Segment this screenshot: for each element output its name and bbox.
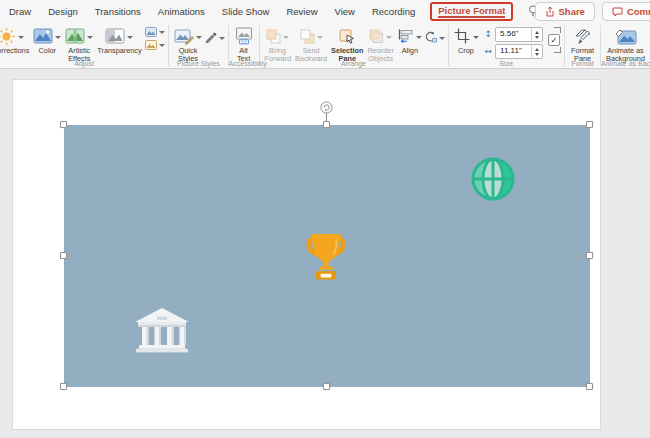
picture-border-button[interactable]: [204, 31, 225, 43]
group-accessibility: Alt Text Accessibility: [229, 22, 259, 68]
group-label-size: Size: [449, 60, 565, 67]
send-backward-icon: [300, 29, 315, 44]
chevron-down-icon: [473, 36, 479, 39]
align-icon: [398, 29, 414, 43]
group-label-arrange: Arrange: [259, 60, 448, 67]
height-input[interactable]: [496, 28, 534, 39]
quick-styles-button[interactable]: Quick Styles: [172, 25, 204, 64]
comments-label: Comments: [627, 6, 650, 17]
align-button[interactable]: Align: [396, 25, 424, 55]
format-pane-icon: [574, 28, 592, 45]
selection-handle-bottom-middle[interactable]: [323, 383, 330, 390]
rotate-icon: [424, 31, 437, 43]
selection-handle-bottom-left[interactable]: [60, 383, 67, 390]
width-field[interactable]: [495, 44, 543, 59]
tab-picture-format[interactable]: Picture Format: [430, 2, 513, 21]
transparency-button[interactable]: Transparency: [95, 25, 143, 55]
selection-handle-middle-right[interactable]: [586, 252, 593, 259]
lock-aspect-ratio-checkbox[interactable]: ✓: [548, 34, 560, 46]
step-down-icon: [535, 53, 539, 56]
workspace: [0, 69, 650, 438]
chevron-down-icon: [439, 37, 445, 40]
group-label-accessibility: Accessibility: [229, 60, 259, 67]
ribbon: Corrections Color Ar: [0, 22, 650, 69]
rotate-objects-button[interactable]: [424, 31, 445, 43]
animate-as-background-icon: [615, 28, 637, 45]
tab-transitions[interactable]: Transitions: [95, 6, 141, 17]
change-picture-icon: [145, 40, 157, 50]
group-picture-styles: Quick Styles Picture Styles: [169, 22, 228, 68]
tab-design[interactable]: Design: [48, 6, 78, 17]
topbar-actions: Share Comments: [535, 2, 650, 21]
alt-text-button[interactable]: Alt Text: [232, 25, 256, 64]
reorder-objects-icon: [369, 29, 384, 44]
chevron-down-icon: [55, 36, 61, 39]
transparency-label: Transparency: [97, 47, 141, 55]
chevron-down-icon: [386, 36, 392, 39]
color-label: Color: [39, 47, 56, 55]
tab-recording[interactable]: Recording: [372, 6, 415, 17]
chevron-down-icon: [416, 36, 422, 39]
tab-view[interactable]: View: [335, 6, 355, 17]
step-down-icon: [535, 36, 539, 39]
format-pane-button[interactable]: Format Pane: [568, 25, 598, 64]
corrections-icon: [0, 27, 16, 46]
send-backward-button: Send Backward: [293, 25, 329, 64]
color-button[interactable]: Color: [31, 25, 63, 55]
comments-button[interactable]: Comments: [602, 2, 650, 21]
chevron-down-icon: [219, 37, 225, 40]
group-label-animate-as-background: Animate as Background: [601, 60, 650, 67]
chevron-down-icon: [127, 36, 133, 39]
share-label: Share: [559, 6, 585, 17]
compress-pictures-button[interactable]: [145, 27, 165, 37]
selection-handle-top-middle[interactable]: [323, 121, 330, 128]
artistic-effects-button[interactable]: Artistic Effects: [63, 25, 95, 64]
group-format: Format Pane Format: [565, 22, 601, 68]
group-arrange: Bring Forward Send Backward Selection Pa…: [259, 22, 448, 68]
corrections-label: Corrections: [0, 47, 29, 55]
chevron-down-icon: [283, 36, 289, 39]
align-label: Align: [402, 47, 418, 55]
crop-button[interactable]: Crop: [452, 25, 481, 55]
group-animate-as-background: Animate as Background Animate as Backgro…: [601, 22, 650, 68]
height-stepper[interactable]: [531, 28, 542, 41]
alt-text-icon: [234, 27, 254, 45]
aspect-bracket-bottom: [554, 47, 561, 53]
share-button[interactable]: Share: [535, 2, 595, 21]
height-icon: ↕: [485, 30, 493, 39]
group-adjust: Corrections Color Ar: [0, 22, 168, 68]
selection-pane-button[interactable]: Selection Pane: [329, 25, 365, 64]
width-stepper[interactable]: [531, 45, 542, 58]
globe-icon: [470, 156, 516, 202]
transparency-icon: [105, 28, 125, 44]
pen-icon: [204, 31, 217, 43]
bring-forward-button: Bring Forward: [262, 25, 293, 64]
animate-as-background-button[interactable]: Animate as Background: [604, 25, 647, 64]
chevron-down-icon: [18, 36, 24, 39]
share-icon: [545, 6, 555, 17]
change-picture-button[interactable]: [145, 40, 165, 50]
tab-slide-show[interactable]: Slide Show: [222, 6, 270, 17]
artistic-effects-icon: [65, 28, 85, 44]
chevron-down-icon: [317, 36, 323, 39]
width-icon: ↔: [485, 47, 493, 56]
group-label-adjust: Adjust: [0, 60, 168, 67]
color-icon: [33, 28, 53, 44]
selection-handle-top-left[interactable]: [60, 121, 67, 128]
selection-handle-bottom-right[interactable]: [586, 383, 593, 390]
quick-styles-icon: [174, 28, 194, 45]
rotation-handle[interactable]: [320, 101, 333, 114]
corrections-button[interactable]: Corrections: [0, 25, 31, 55]
selection-handle-middle-left[interactable]: [60, 252, 67, 259]
bank-icon: [132, 307, 192, 353]
height-field[interactable]: [495, 27, 543, 42]
tab-animations[interactable]: Animations: [158, 6, 205, 17]
group-size: Crop ↕ ↔: [449, 22, 565, 68]
compress-pictures-icon: [145, 27, 157, 37]
selection-handle-top-right[interactable]: [586, 121, 593, 128]
tab-draw[interactable]: Draw: [9, 6, 31, 17]
tab-review[interactable]: Review: [286, 6, 317, 17]
width-input[interactable]: [496, 45, 534, 56]
group-label-picture-styles: Picture Styles: [169, 60, 228, 67]
selected-picture[interactable]: [64, 125, 590, 387]
